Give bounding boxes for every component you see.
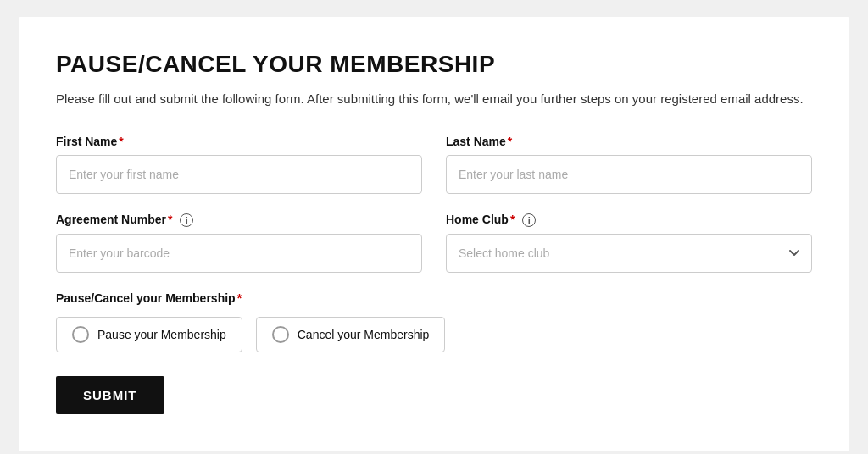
membership-type-required: * [237,291,242,305]
agreement-number-input[interactable] [56,234,422,273]
home-club-info-icon[interactable]: i [522,213,536,227]
pause-membership-option[interactable]: Pause your Membership [56,317,242,352]
agreement-number-label: Agreement Number* i [56,213,422,227]
last-name-required: * [508,135,512,148]
first-name-required: * [119,135,123,148]
name-row: First Name* Last Name* [56,135,812,194]
cancel-radio-circle [272,326,289,343]
form-subtitle: Please fill out and submit the following… [56,90,812,109]
agreement-required: * [168,213,172,226]
page-title: PAUSE/CANCEL YOUR MEMBERSHIP [56,51,812,78]
home-club-group: Home Club* i Select home club [446,213,812,273]
last-name-group: Last Name* [446,135,812,194]
submit-button[interactable]: SUBMIT [56,376,164,414]
home-club-select[interactable]: Select home club [446,234,812,273]
last-name-input[interactable] [446,155,812,194]
last-name-label: Last Name* [446,135,812,148]
home-club-label: Home Club* i [446,213,812,227]
agreement-number-group: Agreement Number* i [56,213,422,273]
membership-radio-group: Pause your Membership Cancel your Member… [56,317,812,352]
cancel-membership-option[interactable]: Cancel your Membership [256,317,446,352]
first-name-label: First Name* [56,135,422,148]
first-name-group: First Name* [56,135,422,194]
pause-membership-label: Pause your Membership [97,328,226,341]
home-club-required: * [510,213,515,226]
form-container: PAUSE/CANCEL YOUR MEMBERSHIP Please fill… [19,17,849,451]
membership-form: First Name* Last Name* Agreement Number*… [56,135,812,414]
pause-radio-circle [72,326,89,343]
agreement-info-icon[interactable]: i [180,213,193,227]
membership-type-label: Pause/Cancel your Membership* [56,291,812,305]
cancel-membership-label: Cancel your Membership [298,328,430,341]
membership-type-section: Pause/Cancel your Membership* Pause your… [56,291,812,352]
first-name-input[interactable] [56,155,422,194]
agreement-club-row: Agreement Number* i Home Club* i Select … [56,213,812,273]
